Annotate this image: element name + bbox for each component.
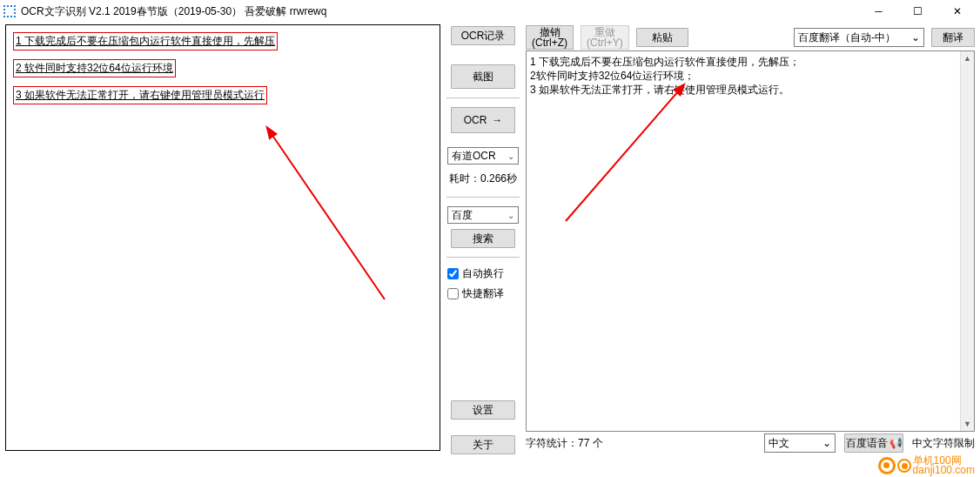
title-bar: OCR文字识别 V2.1 2019春节版（2019-05-30） 吾爱破解 rr… xyxy=(0,0,980,23)
chevron-down-icon: ⌄ xyxy=(822,437,831,449)
app-icon xyxy=(3,5,16,17)
search-button[interactable]: 搜索 xyxy=(451,229,515,248)
minimize-button[interactable]: ─ xyxy=(859,0,898,23)
highlight-line-3: 3 如果软件无法正常打开，请右键使用管理员模式运行 xyxy=(13,86,267,104)
close-button[interactable]: ✕ xyxy=(937,0,977,23)
svg-line-1 xyxy=(566,91,679,221)
watermark: 单机100网 danji100.com xyxy=(878,456,975,475)
text-line: 1 下载完成后不要在压缩包内运行软件直接使用，先解压； xyxy=(530,55,970,69)
quick-translate-checkbox[interactable]: 快捷翻译 xyxy=(447,286,519,301)
translate-button[interactable]: 翻译 xyxy=(931,28,975,47)
highlight-line-2: 2 软件同时支持32位64位运行环境 xyxy=(13,59,176,77)
language-select[interactable]: 中文⌄ xyxy=(764,433,836,453)
maximize-button[interactable]: ☐ xyxy=(898,0,937,23)
chevron-down-icon: ⌄ xyxy=(507,211,514,220)
paste-button[interactable]: 粘贴 xyxy=(636,28,688,47)
bottom-toolbar: 字符统计：77 个 中文⌄ 百度语音📢 中文字符限制 xyxy=(526,432,975,454)
top-toolbar: 撤销(Ctrl+Z) 重做(Ctrl+Y) 粘贴 百度翻译（自动-中）⌄ 翻译 xyxy=(526,24,975,50)
ocr-record-button[interactable]: OCR记录 xyxy=(451,26,515,45)
arrow-icon xyxy=(263,125,402,308)
chevron-down-icon: ⌄ xyxy=(911,31,920,44)
arrow-right-icon: → xyxy=(492,114,502,126)
window-controls: ─ ☐ ✕ xyxy=(859,0,977,23)
settings-button[interactable]: 设置 xyxy=(451,400,515,420)
right-panel: 撤销(Ctrl+Z) 重做(Ctrl+Y) 粘贴 百度翻译（自动-中）⌄ 翻译 … xyxy=(526,24,975,454)
char-stats-label: 字符统计：77 个 xyxy=(526,436,603,451)
search-engine-select[interactable]: 百度⌄ xyxy=(447,206,519,224)
char-limit-label: 中文字符限制 xyxy=(912,436,975,451)
ocr-button[interactable]: OCR→ xyxy=(451,107,515,133)
undo-button[interactable]: 撤销(Ctrl+Z) xyxy=(526,25,574,50)
separator xyxy=(446,257,520,258)
image-preview-panel: 1 下载完成后不要在压缩包内运行软件直接使用，先解压 2 软件同时支持32位64… xyxy=(5,24,440,451)
scroll-down-icon[interactable]: ▼ xyxy=(961,417,974,431)
translate-engine-select[interactable]: 百度翻译（自动-中）⌄ xyxy=(794,28,924,47)
svg-line-0 xyxy=(272,134,385,299)
screenshot-button[interactable]: 截图 xyxy=(451,64,515,89)
chevron-down-icon: ⌄ xyxy=(507,151,514,161)
timing-label: 耗时：0.266秒 xyxy=(449,171,517,186)
separator xyxy=(446,97,520,98)
ocr-engine-select[interactable]: 有道OCR⌄ xyxy=(447,147,519,165)
watermark-icon xyxy=(878,457,896,474)
auto-wrap-checkbox[interactable]: 自动换行 xyxy=(447,266,519,281)
vertical-scrollbar[interactable]: ▲ ▼ xyxy=(960,51,974,431)
main-area: 1 下载完成后不要在压缩包内运行软件直接使用，先解压 2 软件同时支持32位64… xyxy=(0,23,980,454)
window-title: OCR文字识别 V2.1 2019春节版（2019-05-30） 吾爱破解 rr… xyxy=(21,4,326,19)
scroll-up-icon[interactable]: ▲ xyxy=(961,51,974,65)
voice-button[interactable]: 百度语音📢 xyxy=(844,433,903,453)
redo-button[interactable]: 重做(Ctrl+Y) xyxy=(581,25,629,50)
about-button[interactable]: 关于 xyxy=(451,435,515,454)
separator xyxy=(446,197,520,198)
arrow-icon xyxy=(557,82,705,230)
text-line: 2软件同时支持32位64位运行环境； xyxy=(530,69,970,83)
middle-toolbar: OCR记录 截图 OCR→ 有道OCR⌄ 耗时：0.266秒 百度⌄ 搜索 自动… xyxy=(444,24,522,454)
watermark-icon xyxy=(897,459,911,473)
highlight-line-1: 1 下载完成后不要在压缩包内运行软件直接使用，先解压 xyxy=(13,32,278,50)
result-textarea[interactable]: 1 下载完成后不要在压缩包内运行软件直接使用，先解压； 2软件同时支持32位64… xyxy=(526,50,975,432)
